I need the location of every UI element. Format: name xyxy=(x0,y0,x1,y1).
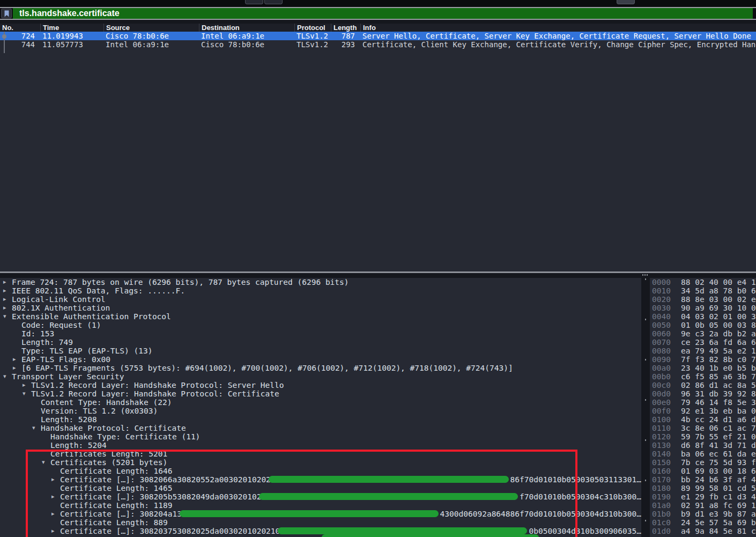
column-header-source[interactable]: Source xyxy=(103,24,199,32)
toolbar-button-stub[interactable] xyxy=(245,0,263,4)
toolbar-button-stub[interactable] xyxy=(617,0,635,4)
tree-row[interactable]: Certificate Length: 1465 xyxy=(0,484,641,492)
tree-row[interactable]: ▸Certificate […]: 308203753082025da00302… xyxy=(0,527,641,535)
redaction-bar xyxy=(322,534,539,537)
packet-row-724[interactable]: 72411.019943Cisco_78:b0:6eIntel_06:a9:1e… xyxy=(0,32,756,40)
tree-row[interactable]: Type: TLS EAP (EAP-TLS) (13) xyxy=(0,347,641,355)
packet-row-744[interactable]: 74411.057773Intel_06:a9:1eCisco_78:b0:6e… xyxy=(0,40,756,49)
hex-row[interactable]: 002088 8e 03 00 02 ed xyxy=(650,295,756,304)
hex-row[interactable]: 01c024 5e 57 5a 69 b8 xyxy=(650,518,756,527)
vertical-splitter[interactable] xyxy=(641,273,650,537)
tree-row[interactable]: ▸Certificate […]: 308205b53082049da00302… xyxy=(0,492,641,501)
tree-row[interactable]: Length: 5204 xyxy=(0,441,641,450)
hex-row[interactable]: 00907f f3 82 8b c0 79 xyxy=(650,355,756,364)
hex-row[interactable]: 0170bb 24 b6 3f af 46 xyxy=(650,475,756,484)
tree-row[interactable]: Length: 749 xyxy=(0,338,641,347)
hex-row[interactable]: 001034 5d a8 78 b0 6e xyxy=(650,286,756,295)
hex-row[interactable]: 00a023 40 1b e0 b5 bc xyxy=(650,364,756,372)
hex-row[interactable]: 00f092 e1 3b eb ba 09 xyxy=(650,407,756,415)
column-header-length[interactable]: Length xyxy=(331,24,360,32)
hex-row[interactable]: 01004b cc 24 d1 a6 d8 xyxy=(650,415,756,424)
expand-arrow-icon[interactable]: ▸ xyxy=(23,381,31,389)
expand-arrow-icon[interactable]: ▸ xyxy=(3,304,12,312)
tree-row[interactable]: Certificate Length: 889 xyxy=(0,518,641,527)
tree-row[interactable]: Length: 5208 xyxy=(0,415,641,424)
hex-row[interactable]: 00609e c3 2a db b2 a2 xyxy=(650,329,756,338)
expand-arrow-icon[interactable]: ▸ xyxy=(3,295,12,304)
tree-row[interactable]: ▸[6 EAP-TLS Fragments (5753 bytes): #694… xyxy=(0,364,641,372)
hex-row[interactable]: 004004 03 02 01 00 30 xyxy=(650,312,756,321)
collapse-arrow-icon[interactable]: ▾ xyxy=(3,312,12,321)
tree-row[interactable]: ▸IEEE 802.11 QoS Data, Flags: ......F. xyxy=(0,286,641,295)
collapse-arrow-icon[interactable]: ▾ xyxy=(23,389,31,398)
packet-cell: 11.057773 xyxy=(40,40,103,49)
hex-row[interactable]: 01a002 91 a8 fc 69 1f xyxy=(650,501,756,510)
hex-row[interactable]: 0070ce 23 6a fd 6a 67 xyxy=(650,338,756,347)
tree-row[interactable]: ▾Transport Layer Security xyxy=(0,372,641,381)
hex-row[interactable]: 003090 a9 69 30 10 06 xyxy=(650,304,756,312)
column-header-destination[interactable]: Destination xyxy=(199,24,294,32)
hex-row[interactable]: 00b0c6 f5 85 a6 3b 72 xyxy=(650,372,756,381)
tree-row[interactable]: Code: Request (1) xyxy=(0,321,641,329)
hex-row[interactable]: 0190e1 29 fb c1 d3 45 xyxy=(650,492,756,501)
hex-bytes: 01 0b 05 00 03 82 xyxy=(677,321,756,329)
hex-row[interactable]: 01d0a4 9a 84 5e 81 cb xyxy=(650,527,756,535)
tree-row[interactable]: ▾TLSv1.2 Record Layer: Handshake Protoco… xyxy=(0,389,641,398)
tree-row[interactable]: ▸802.1X Authentication xyxy=(0,304,641,312)
tree-row-label: TLSv1.2 Record Layer: Handshake Protocol… xyxy=(31,389,279,398)
column-header-no[interactable]: No. xyxy=(0,24,40,32)
expand-arrow-icon[interactable]: ▸ xyxy=(51,527,60,535)
tree-row-label: Id: 153 xyxy=(21,329,54,338)
hex-row[interactable]: 016001 69 03 00 18 61 xyxy=(650,467,756,475)
redaction-bar xyxy=(180,510,439,517)
toolbar-button-stub[interactable] xyxy=(264,0,283,4)
hex-row[interactable]: 005001 0b 05 00 03 82 xyxy=(650,321,756,329)
tree-row[interactable]: ▾Handshake Protocol: Certificate xyxy=(0,424,641,432)
expand-arrow-icon[interactable]: ▸ xyxy=(13,364,21,372)
hex-row[interactable]: 00d096 31 db 39 92 89 xyxy=(650,389,756,398)
tree-row[interactable]: Content Type: Handshake (22) xyxy=(0,398,641,407)
tree-row[interactable]: ▸Logical-Link Control xyxy=(0,295,641,304)
column-header-protocol[interactable]: Protocol xyxy=(294,24,331,32)
hex-row[interactable]: 00c002 86 d1 ac 8a 5e xyxy=(650,381,756,389)
tree-row-label: Content Type: Handshake (22) xyxy=(41,398,172,407)
hex-row[interactable]: 000088 02 40 00 e4 1f xyxy=(650,278,756,286)
tree-row[interactable]: Id: 153 xyxy=(0,329,641,338)
collapse-arrow-icon[interactable]: ▾ xyxy=(42,458,50,467)
tree-row[interactable]: Certificates Length: 5201 xyxy=(0,450,641,458)
hex-row[interactable]: 0080ea 79 49 5a e2 1a xyxy=(650,347,756,355)
collapse-arrow-icon[interactable]: ▾ xyxy=(3,372,12,381)
tree-row[interactable]: Handshake Type: Certificate (11) xyxy=(0,432,641,441)
expand-arrow-icon[interactable]: ▸ xyxy=(3,278,12,286)
hex-row[interactable]: 01103c 8e 06 c1 ac 77 xyxy=(650,424,756,432)
tree-row[interactable]: ▸EAP-TLS Flags: 0x00 xyxy=(0,355,641,364)
tree-row[interactable]: ▾Certificates (5201 bytes) xyxy=(0,458,641,467)
tree-row-label: IEEE 802.11 QoS Data, Flags: ......F. xyxy=(12,286,185,295)
tree-row[interactable]: ▾Extensible Authentication Protocol xyxy=(0,312,641,321)
expand-arrow-icon[interactable]: ▸ xyxy=(51,492,60,501)
hex-row[interactable]: 00e079 46 14 f8 5e 30 xyxy=(650,398,756,407)
expand-arrow-icon[interactable]: ▸ xyxy=(51,475,60,484)
tree-row[interactable]: ▸TLSv1.2 Record Layer: Handshake Protoco… xyxy=(0,381,641,389)
display-filter-input[interactable]: tls.handshake.certificate xyxy=(13,8,753,19)
hex-row[interactable]: 018089 99 58 01 cd 57 xyxy=(650,484,756,492)
expand-arrow-icon[interactable]: ▸ xyxy=(3,286,12,295)
hex-row[interactable]: 0130d6 8f 41 3d 71 d6 xyxy=(650,441,756,450)
collapse-arrow-icon[interactable]: ▾ xyxy=(32,424,41,432)
hex-row[interactable]: 012059 7b 55 ef 21 09 xyxy=(650,432,756,441)
hex-row[interactable]: 0140ba 06 ec 61 da e5 xyxy=(650,450,756,458)
tree-row[interactable]: ▸Frame 724: 787 bytes on wire (6296 bits… xyxy=(0,278,641,286)
hex-row[interactable]: 01507b ce 75 5d 93 fc xyxy=(650,458,756,467)
tree-row-label: Certificate […]: xyxy=(60,510,139,518)
expand-arrow-icon[interactable]: ▸ xyxy=(13,355,21,364)
expand-arrow-icon[interactable]: ▸ xyxy=(51,510,60,518)
hex-row[interactable]: 01b0b9 d1 e3 9b 87 af xyxy=(650,510,756,518)
tree-row[interactable]: Certificate Length: 1189 xyxy=(0,501,641,510)
tree-row[interactable]: Version: TLS 1.2 (0x0303) xyxy=(0,407,641,415)
column-header-info[interactable]: Info xyxy=(360,24,756,32)
filter-bookmark-button[interactable] xyxy=(1,9,12,18)
tree-row[interactable]: ▸Certificate […]: 3082066a30820552a00302… xyxy=(0,475,641,484)
column-header-time[interactable]: Time xyxy=(40,24,103,32)
tree-row[interactable]: Certificate Length: 1646 xyxy=(0,467,641,475)
tree-row[interactable]: ▸Certificate […]: 308204a134300d06092a86… xyxy=(0,510,641,518)
